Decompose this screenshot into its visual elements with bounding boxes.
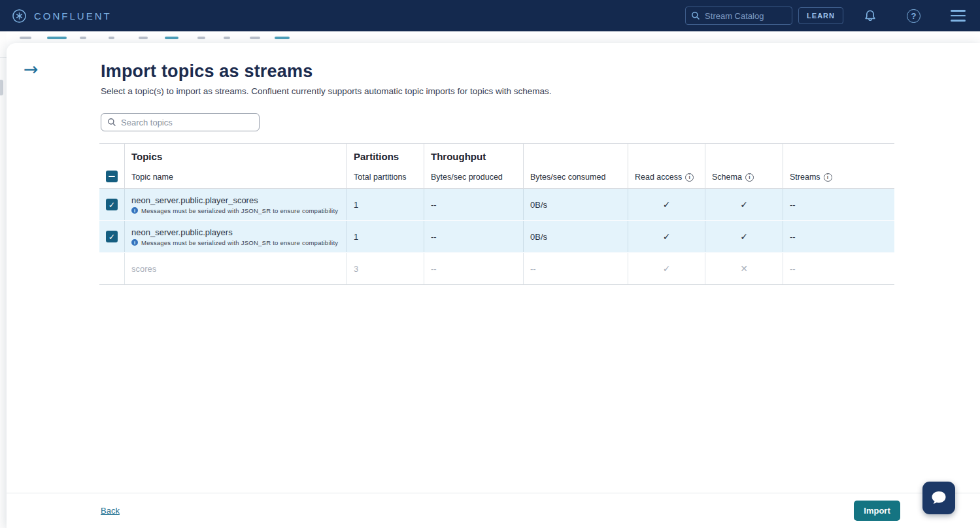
column-group-title: Throughput: [431, 151, 516, 163]
topic-name-cell: scores: [124, 253, 346, 284]
column-header-streams: Streamsi: [783, 144, 894, 188]
schema-cell: ✓: [705, 189, 783, 220]
table-header: TopicsTopic namePartitionsTotal partitio…: [99, 143, 894, 189]
page-subtitle: Select a topic(s) to import as streams. …: [101, 86, 552, 96]
partitions-value: 3: [354, 264, 358, 274]
chat-widget-button[interactable]: [922, 482, 955, 514]
topic-note-text: Messages must be serialized with JSON_SR…: [141, 239, 338, 246]
column-group-title: Topics: [131, 151, 340, 163]
partitions-cell: 1: [346, 221, 424, 252]
search-topics-box[interactable]: [101, 113, 260, 131]
partitions-value: 1: [354, 200, 358, 210]
column-group-title: [790, 151, 888, 163]
column-sub-label: Total partitions: [354, 173, 407, 182]
streams-cell: --: [783, 253, 894, 284]
info-icon[interactable]: i: [824, 173, 832, 182]
column-sub-label: Streams: [790, 173, 820, 182]
bytes-produced-cell: --: [424, 221, 523, 252]
bytes-consumed-value: --: [530, 264, 536, 274]
column-sub-label: Topic name: [131, 173, 173, 182]
topic-name: scores: [131, 264, 156, 274]
topic-name-cell: neon_server.public.playersiMessages must…: [124, 221, 346, 252]
column-header-total-partitions: PartitionsTotal partitions: [346, 144, 424, 188]
bytes-produced-value: --: [431, 200, 437, 210]
learn-button[interactable]: LEARN: [798, 7, 843, 24]
partitions-cell: 1: [346, 189, 424, 220]
row-checkbox[interactable]: ✓: [106, 231, 118, 242]
topic-note: iMessages must be serialized with JSON_S…: [131, 207, 338, 214]
topic-name: neon_server.public.player_scores: [131, 195, 258, 205]
topic-name-cell: neon_server.public.player_scoresiMessage…: [124, 189, 346, 220]
column-sub-title: Total partitions: [354, 173, 417, 182]
column-group-title: [635, 151, 698, 163]
column-header-schema: Schemai: [705, 144, 783, 188]
read-access-value: ✓: [663, 199, 671, 210]
column-sub-title: Topic name: [131, 173, 340, 182]
info-icon: i: [131, 239, 138, 246]
help-icon[interactable]: ?: [907, 9, 921, 23]
column-group-title: [712, 151, 776, 163]
topic-row[interactable]: ✓neon_server.public.player_scoresiMessag…: [99, 189, 894, 221]
row-select-cell: [99, 253, 124, 284]
streams-value: --: [790, 200, 796, 210]
column-sub-label: Schema: [712, 173, 742, 182]
collapse-arrow-icon[interactable]: →: [24, 60, 39, 78]
column-sub-label: Bytes/sec consumed: [530, 173, 605, 182]
schema-cell: ✓: [705, 221, 783, 252]
info-icon[interactable]: i: [745, 173, 754, 182]
column-group-title: [530, 151, 621, 163]
streams-cell: --: [783, 221, 894, 252]
stream-catalog-search[interactable]: [685, 7, 792, 25]
schema-value: ✓: [740, 231, 748, 242]
column-group-title: Partitions: [354, 151, 417, 163]
confluent-logo-icon: [12, 8, 27, 24]
chat-bubble-icon: [930, 490, 947, 506]
bytes-produced-value: --: [431, 232, 437, 242]
column-sub-title: Streamsi: [790, 173, 888, 182]
topic-row: scores3----✓✕--: [99, 253, 894, 285]
streams-value: --: [790, 264, 796, 274]
back-link[interactable]: Back: [101, 506, 120, 516]
bytes-produced-cell: --: [424, 253, 523, 284]
bytes-consumed-cell: 0B/s: [523, 221, 628, 252]
read-access-cell: ✓: [628, 189, 705, 220]
read-access-value: ✓: [663, 263, 671, 274]
hamburger-menu-icon[interactable]: [951, 10, 966, 22]
topic-name: neon_server.public.players: [131, 227, 233, 237]
row-select-cell: ✓: [99, 221, 124, 252]
info-icon[interactable]: i: [685, 173, 694, 182]
streams-cell: --: [783, 189, 894, 220]
topic-note-text: Messages must be serialized with JSON_SR…: [141, 207, 338, 214]
schema-value: ✓: [740, 199, 748, 210]
topic-row[interactable]: ✓neon_server.public.playersiMessages mus…: [99, 221, 894, 253]
schema-value: ✕: [740, 263, 748, 274]
info-icon: i: [131, 207, 138, 214]
search-topics-input[interactable]: [121, 118, 253, 127]
column-sub-label: Read access: [635, 173, 682, 182]
select-all-header-cell: [99, 144, 124, 188]
column-sub-title: Schemai: [712, 173, 776, 182]
bytes-consumed-value: 0B/s: [530, 232, 547, 242]
partitions-cell: 3: [346, 253, 424, 284]
bytes-consumed-cell: --: [523, 253, 628, 284]
modal-footer: Back Import: [7, 493, 980, 528]
search-icon: [107, 118, 116, 127]
top-navbar: CONFLUENT LEARN ?: [0, 0, 980, 31]
import-button[interactable]: Import: [854, 501, 900, 521]
bytes-produced-value: --: [431, 264, 437, 274]
import-topics-panel: → Import topics as streams Select a topi…: [7, 43, 980, 528]
topic-note: iMessages must be serialized with JSON_S…: [131, 239, 338, 246]
stream-catalog-input[interactable]: [705, 11, 786, 21]
table-body: ✓neon_server.public.player_scoresiMessag…: [99, 189, 894, 285]
read-access-cell: ✓: [628, 221, 705, 252]
select-all-checkbox[interactable]: [106, 171, 118, 182]
notifications-bell-icon[interactable]: [864, 9, 877, 23]
column-header-bytes-sec-produced: ThroughputBytes/sec produced: [424, 144, 523, 188]
bytes-consumed-value: 0B/s: [530, 200, 547, 210]
read-access-value: ✓: [663, 231, 671, 242]
topics-table: TopicsTopic namePartitionsTotal partitio…: [99, 143, 894, 285]
row-checkbox[interactable]: ✓: [106, 199, 118, 210]
streams-value: --: [790, 232, 796, 242]
column-sub-title: Read accessi: [635, 173, 698, 182]
bytes-produced-cell: --: [424, 189, 523, 220]
